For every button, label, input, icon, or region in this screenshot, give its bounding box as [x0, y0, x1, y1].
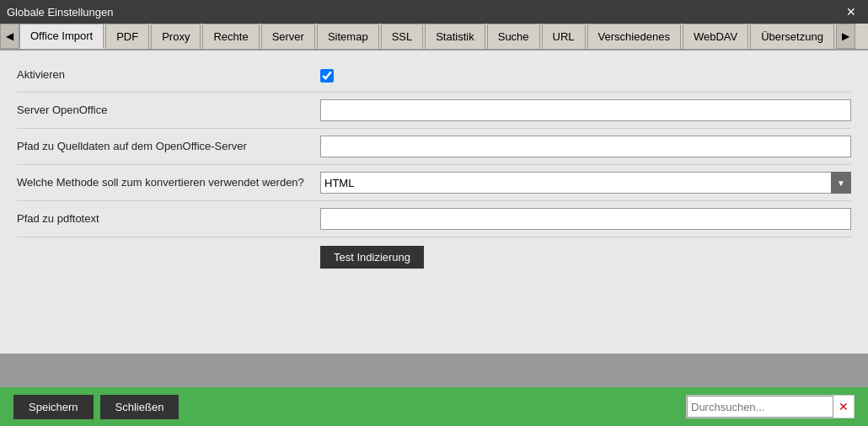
- titlebar: Globale Einstellungen ✕: [0, 0, 868, 24]
- tab-url[interactable]: URL: [542, 24, 586, 49]
- control-pfad-quelldaten: [320, 136, 851, 157]
- input-server-openoffice[interactable]: [320, 99, 851, 121]
- tab-rechte[interactable]: Rechte: [202, 24, 259, 49]
- close-button[interactable]: Schließen: [100, 395, 179, 419]
- search-clear-icon[interactable]: ✕: [833, 401, 854, 413]
- control-aktivieren: [320, 69, 851, 83]
- input-pfad-quelldaten[interactable]: [320, 136, 851, 157]
- test-button-row: Test Indizierung: [17, 237, 851, 277]
- label-aktivieren: Aktivieren: [17, 68, 320, 83]
- input-pfad-pdftotext[interactable]: [320, 208, 851, 230]
- footer: Speichern Schließen ✕: [0, 387, 868, 426]
- checkbox-aktivieren[interactable]: [320, 69, 334, 83]
- label-pfad-pdftotext: Pfad zu pdftotext: [17, 212, 320, 226]
- search-input[interactable]: [687, 396, 833, 418]
- save-button[interactable]: Speichern: [13, 395, 94, 419]
- control-pfad-pdftotext: [320, 208, 851, 230]
- tab-pdf[interactable]: PDF: [105, 24, 149, 49]
- tab-sitemap[interactable]: Sitemap: [317, 24, 379, 49]
- label-server-openoffice: Server OpenOffice: [17, 104, 320, 118]
- test-indizierung-button[interactable]: Test Indizierung: [320, 246, 424, 269]
- tabbar: ◀ Office ImportPDFProxyRechteServerSitem…: [0, 24, 868, 51]
- main-area: AktivierenServer OpenOfficePfad zu Quell…: [0, 51, 868, 354]
- tab-verschiedenes[interactable]: Verschiedenes: [587, 24, 681, 49]
- label-methode-konvertieren: Welche Methode soll zum konvertieren ver…: [17, 176, 320, 190]
- tab-ssl[interactable]: SSL: [381, 24, 424, 49]
- close-icon[interactable]: ✕: [841, 4, 861, 19]
- form-area: AktivierenServer OpenOfficePfad zu Quell…: [0, 51, 868, 354]
- form-row-aktivieren: Aktivieren: [17, 59, 851, 93]
- control-server-openoffice: [320, 99, 851, 121]
- form-row-server-openoffice: Server OpenOffice: [17, 93, 851, 129]
- form-row-pfad-quelldaten: Pfad zu Quelldaten auf dem OpenOffice-Se…: [17, 129, 851, 165]
- form-row-methode-konvertieren: Welche Methode soll zum konvertieren ver…: [17, 165, 851, 201]
- tab-office-import[interactable]: Office Import: [19, 24, 104, 49]
- tab-server[interactable]: Server: [261, 24, 315, 49]
- tab-proxy[interactable]: Proxy: [151, 24, 201, 49]
- tab-uebersetzung[interactable]: Übersetzung: [750, 24, 834, 49]
- tab-nav-right[interactable]: ▶: [836, 24, 855, 49]
- tab-webdav[interactable]: WebDAV: [683, 24, 748, 49]
- gray-divider: [0, 354, 868, 387]
- label-pfad-quelldaten: Pfad zu Quelldaten auf dem OpenOffice-Se…: [17, 140, 320, 154]
- search-box: ✕: [686, 395, 855, 418]
- form-row-pfad-pdftotext: Pfad zu pdftotext: [17, 201, 851, 237]
- tab-statistik[interactable]: Statistik: [425, 24, 485, 49]
- select-methode-konvertieren[interactable]: HTMLPDFText: [320, 172, 851, 194]
- tab-nav-left[interactable]: ◀: [0, 24, 19, 49]
- control-methode-konvertieren: HTMLPDFText▼: [320, 172, 851, 194]
- tab-suche[interactable]: Suche: [487, 24, 540, 49]
- titlebar-title: Globale Einstellungen: [7, 6, 113, 19]
